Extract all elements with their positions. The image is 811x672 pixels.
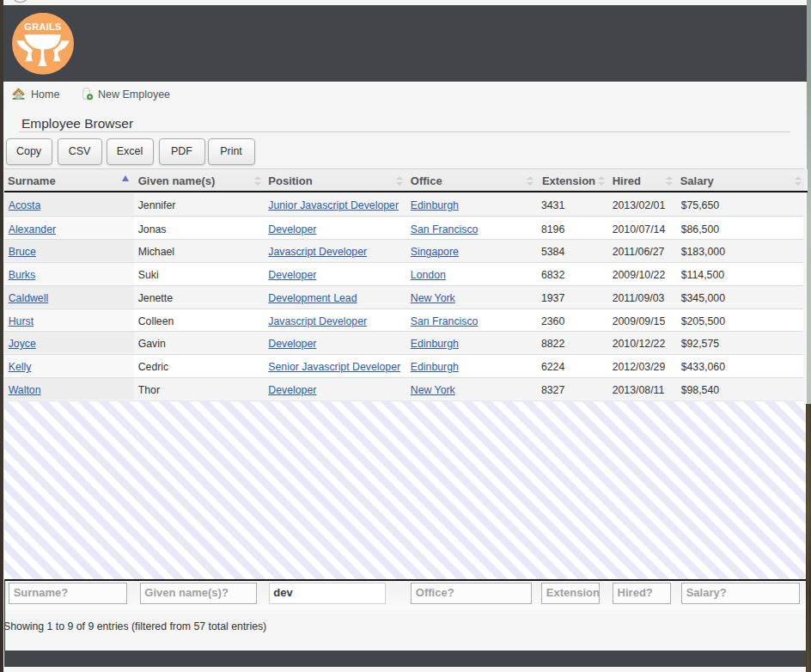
svg-text:GRAILS: GRAILS <box>24 21 61 32</box>
